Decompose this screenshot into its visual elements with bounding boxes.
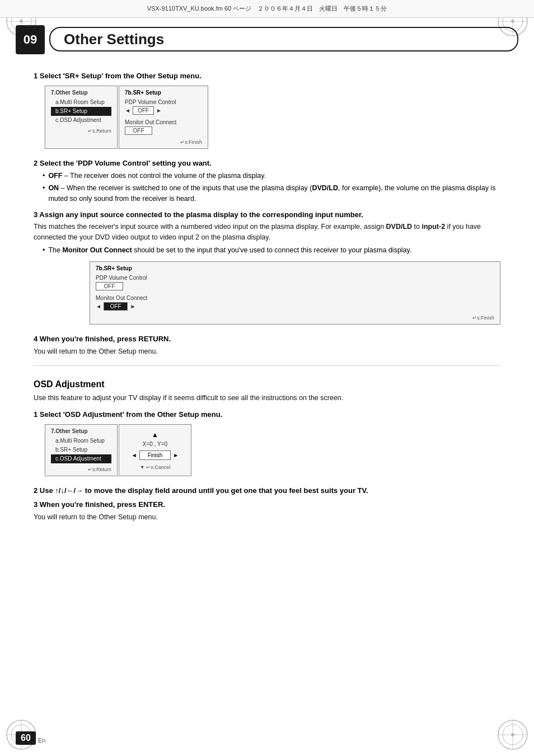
bullet2-text: – When the receiver is switched to one o… [48,184,495,203]
screen-right-1: 7b.SR+ Setup PDP Volume Control ◄ OFF ► … [119,86,208,149]
osd-section: OSD Adjustment Use this feature to adjus… [34,379,500,523]
osd-left-arrow-icon: ◄ [132,452,137,458]
osd-step1-heading: 1 Select 'OSD Adjustment' from the Other… [34,410,500,419]
screen-left-1: 7.Other Setup a.Multi Room Setup b.SR+ S… [45,86,118,149]
bullet1-content: OFF – The receiver does not control the … [48,171,266,181]
screen-2-monitor-label: Monitor Out Connect [96,295,494,301]
osd-title: OSD Adjustment [34,379,500,389]
step1-sr-heading: 1 Select 'SR+ Setup' from the Other Setu… [34,72,500,80]
osd-cancel: ▼ ↵s:Cancel [140,464,170,470]
chapter-badge: 09 [16,25,45,54]
screen-left-1-title: 7.Other Setup [51,90,111,96]
bullet1-label: OFF [48,172,62,180]
osd-arrows-row: ◄ Finish ► [132,448,179,462]
screen-right-1-footer: ↵s:Finish [125,139,202,145]
bullet2-label: ON [48,184,59,192]
main-content: 1 Select 'SR+ Setup' from the Other Setu… [34,62,500,525]
osd-intro: Use this feature to adjust your TV displ… [34,393,500,403]
svg-point-19 [511,733,514,736]
osd-item-1: a.Multi Room Setup [51,436,111,445]
chapter-number: 09 [24,32,37,47]
page-lang: En [38,737,45,744]
section-title-box: Other Settings [49,27,518,51]
step4-sr-body: You will return to the Other Setup menu. [34,346,500,357]
osd-item-3-selected: c.OSD Adjustment [51,454,111,463]
arrow-right-2: ► [130,303,135,309]
screen-2-footer: ↵s:Finish [96,315,494,321]
step4-sr-heading: 4 When you're finished, press RETURN. [34,335,500,343]
bullet-dot-2: • [43,183,45,204]
screen-2-pdp-value: OFF [96,282,494,290]
screen-item-2-selected: b.SR+ Setup [51,107,111,116]
bullet2-content: ON – When the receiver is switched to on… [48,183,500,204]
step3-sr-heading: 3 Assign any input source connected to t… [34,210,363,219]
screen-mockup-2: 7b.SR+ Setup PDP Volume Control OFF Moni… [90,261,500,325]
screen-item-3: c.OSD Adjustment [51,116,111,125]
screen-right-1-title: 7b.SR+ Setup [125,90,202,96]
screen-left-1-footer: ↵s:Return [51,128,111,134]
screen-item-1: a.Multi Room Setup [51,98,111,107]
step3-bullet: • The Monitor Out Connect should be set … [43,245,500,256]
screen-pdp-label-1: PDP Volume Control [125,99,202,105]
screen-mockup-1: 7.Other Setup a.Multi Room Setup b.SR+ S… [45,86,500,149]
corner-decoration-br [496,718,530,752]
pdp-value-box-1: OFF [133,106,154,115]
osd-screen-left-footer: ↵s:Return [51,467,111,472]
step2-bullet1: • OFF – The receiver does not control th… [43,171,500,181]
step2-sr-heading: 2 Select the 'PDP Volume Control' settin… [34,159,500,167]
page-number: 60 [16,731,36,745]
bullet-dot-1: • [43,171,45,181]
monitor-value-box-2: OFF [104,302,128,311]
screen-2-title: 7b.SR+ Setup [96,265,494,271]
arrow-left-2: ◄ [96,303,101,309]
section-separator [34,365,500,366]
step3-bullet-content: The Monitor Out Connect should be set to… [48,245,411,256]
screen-osd-mockup: 7.Other Setup a.Multi Room Setup b.SR+ S… [45,424,500,476]
bullet1-text: – The receiver does not control the volu… [62,172,266,180]
screen-2-pdp-label: PDP Volume Control [96,275,494,281]
header-text: VSX-9110TXV_KU.book.fm 60 ページ ２００６年４月４日 … [147,4,387,13]
screen-osd-right: ▲ X=0 , Y=0 ◄ Finish ► ▼ ↵s:Cancel [119,424,191,476]
svg-point-4 [20,20,23,23]
monitor-value-box-1: OFF [125,126,152,135]
step3-body-text: This matches the receiver's input source… [34,222,500,243]
page-title: Other Settings [64,31,164,48]
arrow-right-1: ► [156,107,162,114]
arrow-left-1: ◄ [125,107,130,114]
osd-step3-heading: 3 When you're finished, press ENTER. [34,500,500,509]
screen-2-monitor-value: ◄ OFF ► [96,302,494,311]
osd-step3-body: You will return to the Other Setup menu. [34,512,500,523]
osd-up-arrow: ▲ [152,431,158,439]
osd-step2-heading: 2 Use ↑/↓/←/→ to move the display field … [34,486,500,495]
osd-screen-left-title: 7.Other Setup [51,428,111,434]
osd-cancel-text: ↵s:Cancel [146,464,170,470]
osd-item-2: b.SR+ Setup [51,445,111,454]
header-bar: VSX-9110TXV_KU.book.fm 60 ページ ２００６年４月４日 … [0,0,534,18]
osd-right-arrow-icon: ► [173,452,179,458]
screen-monitor-label-1: Monitor Out Connect [125,119,202,125]
pdp-value-box-2: OFF [96,282,123,290]
step2-bullet2: • ON – When the receiver is switched to … [43,183,500,204]
screen-osd-left: 7.Other Setup a.Multi Room Setup b.SR+ S… [45,424,118,476]
osd-finish-btn: Finish [139,450,171,460]
step3-sr-block: 3 Assign any input source connected to t… [34,210,500,255]
svg-point-9 [511,20,514,23]
screen-monitor-value-1: OFF [125,126,202,135]
screen-pdp-value-1: ◄ OFF ► [125,106,202,115]
bullet-dot-3: • [43,245,45,256]
osd-coords: X=0 , Y=0 [143,441,167,447]
osd-down-arrow: ▼ [140,464,145,470]
